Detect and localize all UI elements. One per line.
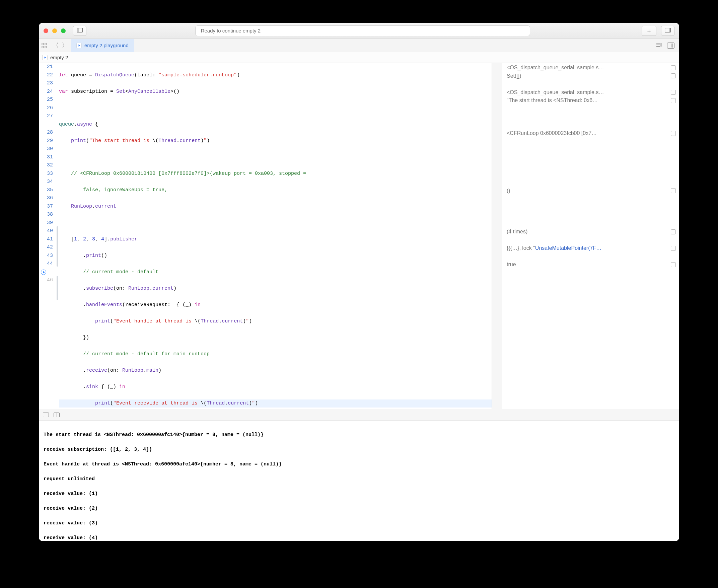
quicklook-icon[interactable] (671, 246, 676, 251)
result-row[interactable]: <OS_dispatch_queue_serial: sample.s… (502, 88, 679, 97)
sidebar-right-icon (665, 28, 671, 34)
tabbar-right (656, 39, 679, 52)
tab-active[interactable]: ➤ empty 2.playground (71, 39, 134, 52)
console-line: The start thread is <NSThread: 0x600000a… (44, 431, 674, 439)
editor-area: 21222324252627 2829303132333435363738394… (39, 63, 679, 409)
quicklook-icon[interactable] (671, 188, 676, 193)
console-line: receive value: (3) (44, 520, 674, 527)
swift-file-icon: ➤ (42, 55, 47, 60)
swift-file-icon: ➤ (76, 43, 82, 48)
console-line: receive subscription: ([1, 2, 3, 4]) (44, 446, 674, 454)
playground-results-sidebar: <OS_dispatch_queue_serial: sample.s… Set… (502, 63, 679, 409)
play-icon (41, 270, 46, 275)
svg-rect-6 (42, 46, 44, 48)
console-line: request unlimited (44, 476, 674, 483)
toolbar-right: ＋ (642, 26, 674, 36)
quicklook-icon[interactable] (671, 98, 676, 103)
code-text[interactable]: let queue = DispatchQueue(label: "sample… (56, 63, 492, 409)
jump-bar-path: empty 2 (50, 55, 68, 60)
line-number-gutter: 21222324252627 2829303132333435363738394… (39, 63, 56, 409)
toggle-console-view-button[interactable] (54, 413, 60, 417)
run-line-button[interactable] (39, 268, 53, 277)
forward-button[interactable]: 〉 (62, 41, 68, 50)
zoom-window-button[interactable] (61, 28, 66, 33)
lines-icon (656, 42, 662, 47)
related-items-button[interactable] (39, 39, 49, 52)
activity-status: Ready to continue empty 2 (195, 25, 530, 36)
quicklook-icon[interactable] (671, 90, 676, 95)
minimap-strip (492, 63, 502, 409)
result-row[interactable]: Set([]) (502, 72, 679, 80)
svg-rect-11 (660, 43, 662, 46)
result-row[interactable]: {{{…}, lock "UnsafeMutablePointer(7F… (502, 244, 679, 252)
tab-bar: 〈 〉 ➤ empty 2.playground (39, 39, 679, 52)
toggle-inspectors-button[interactable] (661, 26, 674, 36)
result-row[interactable]: (4 times) (502, 228, 679, 236)
add-editor-button[interactable] (667, 43, 674, 48)
svg-rect-5 (45, 43, 46, 45)
titlebar: Ready to continue empty 2 ＋ (39, 23, 679, 39)
sidebar-left-icon (77, 28, 83, 34)
code-scroll[interactable]: 21222324252627 2829303132333435363738394… (39, 63, 492, 409)
minimize-window-button[interactable] (52, 28, 57, 33)
xcode-window: Ready to continue empty 2 ＋ 〈 〉 ➤ empty … (39, 23, 679, 541)
close-window-button[interactable] (44, 28, 48, 33)
result-row[interactable]: <OS_dispatch_queue_serial: sample.s… (502, 64, 679, 72)
toggle-navigator-button[interactable] (73, 26, 86, 36)
jump-bar[interactable]: ➤ empty 2 (39, 52, 679, 63)
console-line: receive value: (4) (44, 534, 674, 541)
debug-area-toolbar (39, 409, 679, 421)
tab-filename: empty 2.playground (84, 43, 129, 48)
console-line: receive value: (2) (44, 505, 674, 512)
plus-icon: ＋ (646, 27, 652, 35)
back-button[interactable]: 〈 (52, 41, 59, 50)
quicklook-icon[interactable] (671, 65, 676, 70)
quicklook-icon[interactable] (671, 262, 676, 267)
result-row[interactable]: () (502, 187, 679, 195)
code-editor-pane: 21222324252627 2829303132333435363738394… (39, 63, 502, 409)
result-row[interactable]: <CFRunLoop 0x6000023fcb00 [0x7… (502, 129, 679, 138)
quicklook-icon[interactable] (671, 74, 676, 78)
console-output[interactable]: The start thread is <NSThread: 0x600000a… (39, 421, 679, 541)
svg-rect-7 (45, 46, 46, 48)
quicklook-icon[interactable] (671, 229, 676, 234)
console-line: Event handle at thread is <NSThread: 0x6… (44, 461, 674, 468)
quicklook-icon[interactable] (671, 131, 676, 136)
toggle-variables-view-button[interactable] (43, 413, 49, 417)
svg-rect-1 (77, 28, 79, 32)
result-row[interactable]: "The start thread is <NSThread: 0x6… (502, 97, 679, 105)
result-row[interactable]: true (502, 260, 679, 269)
svg-rect-4 (42, 43, 44, 45)
grid-icon (42, 43, 47, 48)
add-target-button[interactable]: ＋ (642, 26, 656, 36)
fold-ribbon (56, 63, 59, 409)
console-line: receive value: (1) (44, 490, 674, 498)
history-nav: 〈 〉 (49, 39, 71, 52)
svg-rect-3 (669, 28, 671, 32)
window-controls (44, 28, 66, 33)
activity-status-text: Ready to continue empty 2 (201, 28, 260, 34)
editor-options-button[interactable] (656, 42, 662, 48)
